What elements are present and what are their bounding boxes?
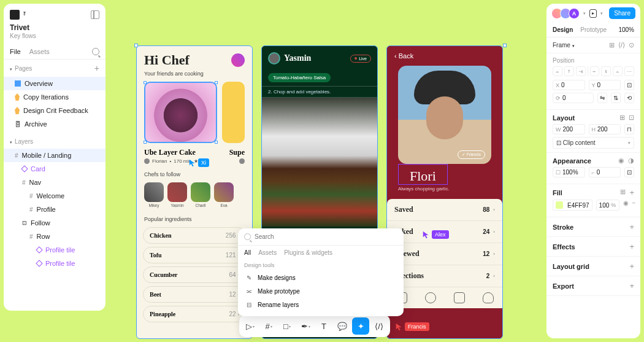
text-tool[interactable]: T	[315, 317, 332, 335]
add-grid-button[interactable]: +	[629, 262, 634, 271]
search-input[interactable]	[255, 233, 397, 240]
radius-detail-icon[interactable]: ⊡	[624, 167, 634, 177]
clip-content-select[interactable]: ⊡ Clip content▾	[553, 137, 634, 149]
share-button[interactable]: Share	[609, 7, 635, 19]
fill-visible-icon[interactable]: ◉	[623, 200, 629, 211]
action-rename-layers[interactable]: ⊟Rename layers	[244, 298, 397, 311]
step-text: 2. Chop and add vegetables.	[262, 86, 377, 98]
align-left-icon[interactable]: ⫠	[553, 66, 562, 76]
layer-follow[interactable]: ⊡Follow	[4, 216, 105, 230]
align-middle-icon[interactable]: ⫮	[601, 66, 611, 76]
shape-tool[interactable]: □▾	[278, 317, 296, 335]
flip-v-icon[interactable]: ⇅	[611, 93, 621, 103]
search-tab-all[interactable]: All	[244, 249, 251, 256]
y-input[interactable]: Y0	[589, 80, 621, 90]
search-tab-assets[interactable]: Assets	[258, 249, 277, 256]
x-input[interactable]: X0	[553, 80, 585, 90]
align-top-icon[interactable]: ⫟	[590, 66, 600, 76]
stat-row: eviewed12›	[387, 243, 502, 265]
zoom-level[interactable]: 100%	[618, 26, 634, 33]
opacity-input[interactable]: ☐100%	[553, 167, 585, 177]
file-subtitle: Key flows	[10, 33, 99, 39]
collaborator-avatars[interactable]: A	[551, 8, 580, 19]
add-page-button[interactable]: +	[94, 63, 99, 73]
blend-icon[interactable]: ◑	[628, 157, 634, 165]
layer-mobile-landing[interactable]: Mobile / Landing	[4, 149, 105, 162]
search-tab-plugins[interactable]: Plugins & widgets	[284, 249, 332, 256]
present-button[interactable]	[589, 9, 597, 18]
align-bottom-icon[interactable]: ⫠	[613, 66, 623, 76]
page-title: Hi Chef	[144, 52, 190, 68]
fill-color-input[interactable]: E4FF97	[553, 200, 592, 211]
autolayout-icon[interactable]: ⊞	[619, 114, 625, 122]
tab-assets[interactable]: Assets	[29, 48, 50, 55]
frame-label[interactable]: Frame ▾	[553, 42, 575, 49]
constrain-icon[interactable]: ⊓	[624, 124, 634, 134]
rotation-input[interactable]: ⟳0	[553, 93, 594, 103]
stat-row: Saved88›	[387, 199, 502, 221]
left-sidebar: ▾ Trivet Key flows File Assets ▾Pages + …	[4, 4, 105, 311]
page-design-crit[interactable]: Design Crit Feedback	[4, 104, 105, 117]
tab-prototype[interactable]: Prototype	[580, 26, 607, 33]
layer-card[interactable]: Card	[4, 162, 105, 176]
profile-photo: ✓ Friends	[398, 66, 491, 164]
add-stroke-button[interactable]: +	[629, 222, 634, 231]
height-input[interactable]: H200	[589, 124, 621, 134]
frame-tool[interactable]: #▾	[260, 317, 277, 335]
recipe-card	[222, 82, 245, 143]
fill-styles-icon[interactable]: ⊞	[620, 188, 626, 197]
mockup-home[interactable]: Hi Chef Your friends are cooking Ube Lay…	[136, 45, 253, 339]
dev-icon[interactable]: ⟨/⟩	[618, 41, 625, 49]
rotate-icon[interactable]: ⟲	[624, 93, 634, 103]
page-archive[interactable]: 🗄Archive	[4, 117, 105, 131]
pages-header: Pages	[15, 65, 32, 72]
layer-row[interactable]: Row	[4, 230, 105, 243]
layer-profile[interactable]: Profile	[4, 203, 105, 216]
page-copy-iterations[interactable]: Copy Iterations	[4, 90, 105, 104]
position-label: Position	[553, 57, 634, 64]
stroke-label: Stroke	[553, 223, 573, 231]
search-icon	[425, 292, 436, 303]
add-fill-button[interactable]: +	[629, 188, 634, 197]
layer-nav[interactable]: Nav	[4, 176, 105, 189]
layer-welcome[interactable]: Welcome	[4, 189, 105, 203]
toggle-sidebar-icon[interactable]	[91, 10, 99, 19]
comment-tool[interactable]: 💬	[334, 317, 351, 335]
grid-icon[interactable]: ⊡	[629, 114, 634, 122]
flip-h-icon[interactable]: ⇋	[597, 93, 607, 103]
actions-tool[interactable]: ✦	[352, 317, 369, 335]
tidy-icon[interactable]: ⊞	[609, 41, 615, 49]
settings-icon[interactable]: ⊙	[629, 41, 634, 49]
move-tool[interactable]: ▷▾	[242, 317, 259, 335]
layer-profile-tile-1[interactable]: Profile tile	[4, 243, 105, 257]
radius-input[interactable]: ⌐0	[589, 167, 621, 177]
recipe-card-selected[interactable]	[144, 82, 217, 143]
dev-mode-tool[interactable]: ⟨/⟩	[370, 317, 388, 335]
align-center-h-icon[interactable]: ⫯	[564, 66, 574, 76]
figma-menu-icon[interactable]	[10, 10, 20, 20]
chef-item: Mikey	[144, 182, 164, 208]
selection-handle[interactable]	[503, 44, 507, 47]
fill-opacity-input[interactable]: 100%	[596, 200, 619, 211]
layer-profile-tile-2[interactable]: Profile tile	[4, 257, 105, 270]
search-icon[interactable]	[92, 48, 99, 55]
mockup-profile[interactable]: ‹ Back ✓ Friends Flori Always chopping g…	[386, 45, 503, 339]
page-overview[interactable]: Overview	[4, 77, 105, 90]
pen-tool[interactable]: ✒▾	[297, 317, 314, 335]
tab-file[interactable]: File	[10, 48, 21, 55]
width-input[interactable]: W200	[553, 124, 585, 134]
fill-remove-icon[interactable]: −	[632, 200, 636, 211]
visibility-icon[interactable]: ◉	[618, 157, 624, 165]
add-export-button[interactable]: +	[629, 281, 634, 290]
add-effect-button[interactable]: +	[629, 242, 634, 251]
tab-design[interactable]: Design	[553, 26, 573, 33]
file-header[interactable]: Trivet Key flows	[4, 23, 105, 43]
avatar	[231, 53, 245, 67]
effects-label: Effects	[553, 243, 575, 251]
align-right-icon[interactable]: ⫣	[576, 66, 586, 76]
position-options-icon[interactable]: ⊡	[624, 80, 634, 90]
bottom-toolbar: ▷▾ #▾ □▾ ✒▾ T 💬 ✦ ⟨/⟩	[239, 315, 390, 337]
align-more-icon[interactable]: ⋯	[624, 66, 634, 76]
action-make-prototype[interactable]: ⫘Make prototype	[244, 284, 397, 298]
action-make-designs[interactable]: ✎Make designs	[244, 271, 397, 284]
